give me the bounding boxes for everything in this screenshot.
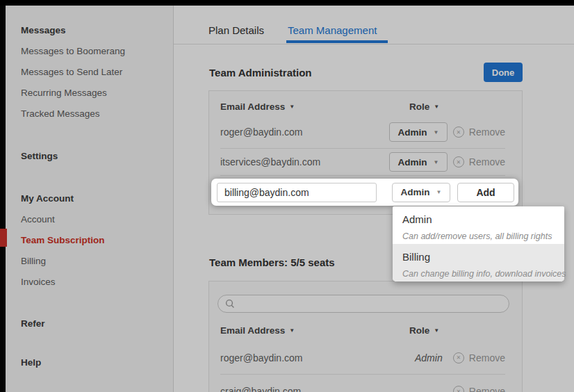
add-member-button[interactable]: Add	[457, 183, 514, 202]
chevron-down-icon: ▼	[436, 189, 442, 195]
role-menu-item-admin[interactable]: Admin Can add/remove users, all billing …	[393, 206, 564, 244]
role-dropdown-menu: Admin Can add/remove users, all billing …	[393, 206, 564, 281]
role-menu-item-billing[interactable]: Billing Can change billing info, downloa…	[393, 244, 564, 281]
role-option-name: Admin	[402, 213, 555, 225]
add-member-row: Admin▼ Add	[211, 179, 518, 206]
new-member-role-dropdown-button[interactable]: Admin▼	[392, 183, 450, 202]
role-option-description: Can add/remove users, all billing rights	[402, 231, 555, 241]
new-member-email-input[interactable]	[217, 183, 377, 202]
top-black-bar	[0, 0, 574, 6]
role-option-name: Billing	[402, 251, 555, 263]
role-option-description: Can change billing info, download invoic…	[402, 269, 555, 279]
app-window: Messages Messages to Boomerang Messages …	[0, 0, 574, 392]
role-value: Admin	[401, 187, 430, 197]
